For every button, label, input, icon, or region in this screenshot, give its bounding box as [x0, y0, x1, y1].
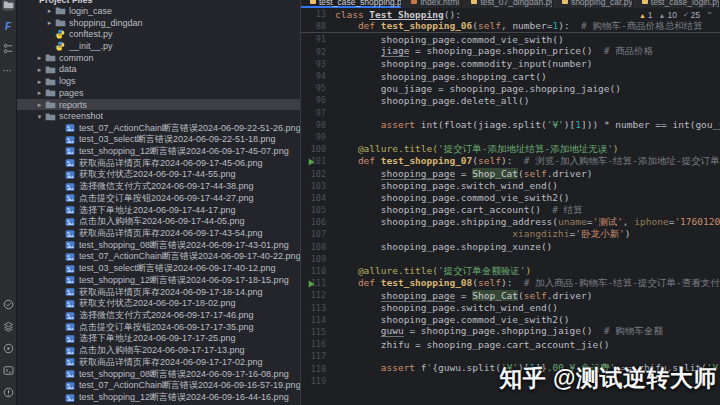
code-area[interactable]: 91 shooping_page.commod_vie_swith()92 ji… — [301, 33, 720, 386]
editor-tab[interactable]: index.html — [402, 0, 462, 8]
tree-item[interactable]: test_shopping_08断言错误2024-06-09-17-16-08.… — [17, 368, 300, 380]
line-number: 96 — [301, 95, 335, 105]
tree-item[interactable]: ▸logs — [17, 75, 300, 87]
tree-item[interactable]: ▸reports — [17, 99, 300, 111]
tree-item[interactable]: test_shopping_08断言错误2024-06-09-17-43-01.… — [17, 239, 300, 251]
tree-item[interactable]: test_shopping_12断言错误2024-06-09-17-45-07.… — [17, 146, 300, 158]
tree-item[interactable]: 选择下单地址2024-06-09-17-17-25.png — [17, 333, 300, 345]
tree-item[interactable]: ▸pages — [17, 87, 300, 99]
run-button[interactable] — [308, 158, 315, 168]
tree-item-label: test_shopping_08断言错误2024-06-09-17-16-08.… — [79, 368, 289, 380]
tree-item[interactable]: ▸login_case — [17, 5, 300, 17]
tree-item-label: test_03_select断言错误2024-06-09-17-40-12.pn… — [79, 263, 276, 275]
tree-item[interactable]: test_07_ActionChain断言错误2024-06-09-16-57-… — [17, 380, 300, 392]
tree-item[interactable]: 获取商品详情页库存2024-06-09-17-18-14.png — [17, 286, 300, 298]
code-text: assert int(float(jiage.split('¥')[1])) *… — [335, 119, 720, 130]
editor-tab-label: index.html — [420, 0, 459, 7]
tree-item[interactable]: 选择微信支付方式2024-06-09-17-44-38.png — [17, 181, 300, 193]
image-icon — [64, 287, 76, 298]
line-number: 113 — [301, 303, 335, 313]
tree-item[interactable]: 点击提交订单按钮2024-06-09-17-44-27.png — [17, 193, 300, 205]
chevron-right-icon[interactable]: ▸ — [45, 19, 54, 26]
chevron-right-icon[interactable]: ▸ — [35, 89, 44, 96]
tree-item-label: 选择微信支付方式2024-06-09-17-44-38.png — [79, 181, 254, 193]
favorites-icon[interactable]: F — [2, 20, 15, 33]
project-icon[interactable] — [2, 0, 15, 11]
chevron-right-icon[interactable]: ▸ — [35, 54, 44, 61]
line-number: 91 — [301, 34, 335, 44]
tree-item[interactable]: 获取商品详情页库存2024-06-09-17-45-06.png — [17, 157, 300, 169]
tree-item[interactable]: 获取商品详情页库存2024-06-09-17-17-02.png — [17, 357, 300, 369]
tree-item[interactable]: test_07_ActionChain断言错误2024-06-09-17-40-… — [17, 251, 300, 263]
tree-item[interactable]: test_shopping_12断言错误2024-06-09-16-44-16.… — [17, 392, 300, 404]
line-number: 99 — [301, 132, 335, 142]
folder-icon — [54, 5, 66, 16]
weak-warning-icon: ▲ — [659, 10, 666, 20]
inspections-widget[interactable]: ▲1 ▲10 ✓25 ⌃ — [639, 10, 713, 20]
tree-item[interactable]: test_03_select断言错误2024-06-09-17-40-12.pn… — [17, 263, 300, 275]
services-icon[interactable] — [2, 320, 15, 333]
terminal-icon[interactable] — [2, 364, 15, 377]
folder-icon — [44, 52, 56, 63]
code-line: 107 xiangdizhi='卧龙小新') — [301, 228, 720, 240]
activity-top: F⋯ — [2, 0, 15, 77]
line-number: 101 — [301, 156, 335, 166]
problems-icon[interactable] — [2, 386, 15, 399]
warning-count: 1 — [648, 10, 653, 20]
tree-item[interactable]: test_03_select断言错误2024-06-09-22-51-18.pn… — [17, 134, 300, 146]
chevron-right-icon[interactable]: ▸ — [35, 78, 44, 85]
editor-tab[interactable]: test_case_shopping.py — [301, 0, 402, 8]
line-number: 105 — [301, 205, 335, 215]
code-line: 98 assert int(float(jiage.split('¥')[1])… — [301, 119, 720, 131]
tree-item-label: common — [59, 53, 94, 63]
code-line: 93 shooping_page.commodity_input(number) — [301, 58, 720, 70]
tree-item-label: test_shopping_08断言错误2024-06-09-17-43-01.… — [79, 239, 289, 251]
tree-item[interactable]: 点击加入购物车2024-06-09-17-44-05.png — [17, 216, 300, 228]
chevron-down-icon[interactable]: ▾ — [35, 113, 44, 120]
chevron-right-icon[interactable]: ▸ — [35, 66, 44, 73]
structure-icon[interactable] — [2, 42, 15, 55]
tree-item[interactable]: ▸data — [17, 64, 300, 76]
more-tools-icon[interactable]: ⋯ — [2, 64, 15, 77]
tree-item[interactable]: 点击提交订单按钮2024-06-09-17-17-35.png — [17, 321, 300, 333]
tree-item[interactable]: 获取商品详情页库存2024-06-09-17-43-54.png — [17, 228, 300, 240]
line-number: 98 — [301, 120, 335, 130]
code-text: shooping_page.commod_vie_swith() — [335, 34, 564, 45]
code-text: shooping_page.cart_account() # 结算 — [335, 204, 583, 216]
code-text: shooping_page.commod_vie_swith2() — [335, 314, 570, 325]
tree-item-label: 选择微信支付方式2024-06-09-17-17-46.png — [79, 310, 254, 322]
run-button[interactable] — [308, 280, 315, 290]
tree-item[interactable]: __init__.py — [17, 40, 300, 52]
code-line: 115 guwu = shooping_page.shopping_jaige(… — [301, 326, 720, 338]
chevron-up-icon[interactable]: ⌃ — [706, 11, 713, 20]
tree-item[interactable]: 获取支付状态2024-06-09-17-18-02.png — [17, 298, 300, 310]
tree-item[interactable]: ▸common — [17, 52, 300, 64]
tree-item[interactable]: 选择微信支付方式2024-06-09-17-17-46.png — [17, 310, 300, 322]
editor-tab[interactable]: test_case_login.py — [633, 0, 720, 8]
chevron-right-icon[interactable]: ▸ — [45, 7, 54, 14]
folder-icon — [54, 17, 66, 28]
code-line: 117 — [301, 350, 720, 362]
tree-item[interactable]: test_shopping_12断言错误2024-06-09-17-18-15.… — [17, 275, 300, 287]
code-line: 92 jiage = shooping_page.shoppin_price()… — [301, 46, 720, 58]
image-icon — [64, 146, 76, 157]
tree-item[interactable]: 获取支付状态2024-06-09-17-44-55.png — [17, 169, 300, 181]
tree-item[interactable]: ▸shopping_dingdan — [17, 17, 300, 29]
editor-tab[interactable]: shopping_car.py — [553, 0, 633, 8]
tree-item[interactable]: ▾screenshot — [17, 110, 300, 122]
editor-panel[interactable]: test_case_shopping.pyindex.htmltest_07_d… — [301, 0, 720, 405]
tree-item[interactable]: 选择下单地址2024-06-09-17-44-17.png — [17, 204, 300, 216]
ide-window: F⋯ Project Files ▸login_case▸shopping_di… — [0, 0, 720, 405]
python-console-icon[interactable] — [2, 342, 15, 355]
tree-item[interactable]: conftest.py — [17, 28, 300, 40]
chevron-right-icon[interactable]: ▸ — [35, 101, 44, 108]
tree-item[interactable]: test_07_ActionChain断言错误2024-06-09-22-51-… — [17, 122, 300, 134]
code-text: shooping_page = Shop_Cat(self.driver) — [335, 168, 592, 179]
editor-tab[interactable]: test_07_dingdan.py — [462, 0, 552, 8]
image-icon — [64, 392, 76, 403]
tree-item[interactable]: 点击加入购物车2024-06-09-17-17-13.png — [17, 345, 300, 357]
project-tree-header[interactable]: Project Files — [17, 0, 300, 5]
tree-item-label: test_shopping_12断言错误2024-06-09-17-45-07.… — [79, 146, 289, 158]
project-tree-panel: Project Files ▸login_case▸shopping_dingd… — [17, 0, 301, 405]
vcs-check-icon[interactable] — [2, 298, 15, 311]
